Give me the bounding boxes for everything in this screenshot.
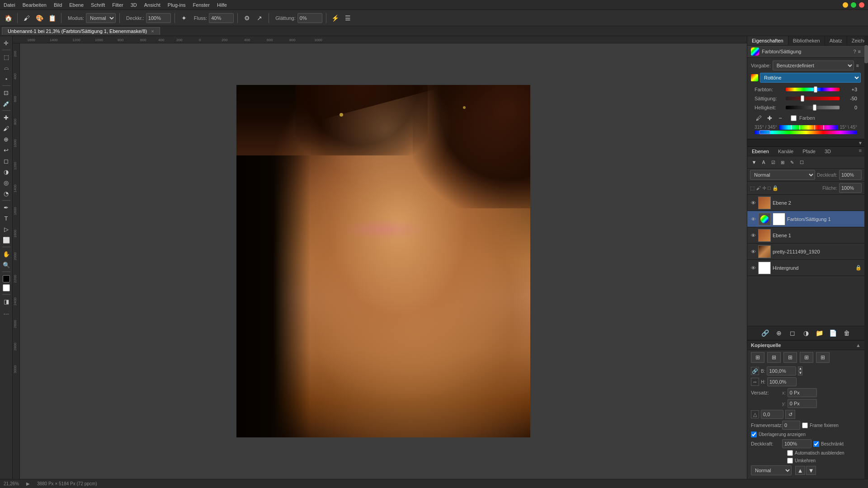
clone-link-icon[interactable]: 🔗 [751, 367, 759, 375]
layer-smart-button[interactable]: ⊞ [778, 158, 787, 166]
clone-mode-up[interactable]: ▲ [795, 466, 805, 475]
lasso-tool[interactable]: ⌓ [1, 63, 11, 73]
lock-all-button[interactable]: 🔒 [772, 185, 778, 191]
new-adjustment-button[interactable]: ◑ [801, 328, 811, 338]
new-group-button[interactable]: 📁 [815, 328, 825, 338]
b-increment[interactable]: ▲ [798, 366, 802, 371]
layer-vis-ebene2[interactable]: 👁 [750, 200, 756, 206]
layers-tab-ebenen[interactable]: Ebenen [747, 147, 774, 156]
magic-wand-tool[interactable]: ⋆ [1, 74, 11, 84]
quick-mask-button[interactable]: ◨ [1, 296, 11, 306]
clone-mode-dropdown[interactable]: Normal [751, 465, 792, 475]
menu-bild[interactable]: Bild [54, 2, 62, 8]
eyedropper-tool[interactable]: 💉 [1, 99, 11, 108]
clone-src-3[interactable]: ⊞ [783, 352, 797, 363]
tab-bibliotheken[interactable]: Bibliotheken [788, 36, 825, 45]
menu-fenster[interactable]: Fenster [193, 2, 210, 8]
hand-tool[interactable]: ✋ [1, 249, 11, 259]
angle-input[interactable] [761, 410, 783, 419]
layer-color-button[interactable]: ☑ [769, 158, 777, 166]
eyedropper-icon-button[interactable]: 🖊 [755, 114, 763, 122]
layer-opacity-input[interactable] [839, 170, 862, 180]
vorgabe-dropdown[interactable]: Benutzerdefiniert [773, 61, 854, 70]
layer-fill-input[interactable] [839, 183, 862, 193]
layer-item-ebene1[interactable]: 👁 Ebene 1 [747, 227, 864, 244]
tab-eigenschaften[interactable]: Eigenschaften [747, 36, 788, 45]
lock-pixels-button[interactable]: 🖌 [756, 185, 761, 191]
clone-mode-down[interactable]: ▼ [806, 466, 816, 475]
lock-position-button[interactable]: ✛ [762, 185, 766, 191]
layer-item-ebene2[interactable]: 👁 Ebene 2 [747, 195, 864, 211]
huesat-help-button[interactable]: ? [853, 49, 856, 54]
brush-tool-button[interactable]: 🖌 [21, 13, 32, 23]
history-tool[interactable]: ↩ [1, 145, 11, 155]
layer-attr-button[interactable]: ✎ [788, 158, 796, 166]
huesat-menu-button[interactable]: ≡ [858, 49, 861, 54]
tab-close-button[interactable]: × [151, 28, 154, 34]
minimize-button[interactable] [843, 2, 848, 8]
menu-filter[interactable]: Filter [112, 2, 123, 8]
modus-dropdown[interactable]: Normal [86, 13, 116, 23]
clone-panel-collapse[interactable]: ▲ [856, 343, 861, 348]
tab-abatz[interactable]: Abatz [825, 36, 847, 45]
sättigung-slider[interactable] [786, 95, 840, 102]
menu-ebene[interactable]: Ebene [69, 2, 84, 8]
layer-item-photo[interactable]: 👁 pretty-2111499_1920 [747, 244, 864, 260]
airbrush-button[interactable]: ✦ [179, 13, 189, 23]
status-arrow[interactable]: ▶ [26, 481, 30, 486]
shape-tool[interactable]: ⬜ [1, 235, 11, 245]
clone-src-1[interactable]: ⊞ [751, 352, 764, 363]
glättung-input[interactable] [297, 13, 322, 23]
fluss-input[interactable] [209, 13, 234, 23]
path-select-tool[interactable]: ▷ [1, 224, 11, 234]
filter-layers-button[interactable]: ▼ [750, 158, 758, 166]
clone-src-5[interactable]: ⊞ [816, 352, 830, 363]
menu-hilfe[interactable]: Hilfe [217, 2, 227, 8]
y-input[interactable] [788, 399, 817, 408]
menu-plugins[interactable]: Plug-ins [168, 2, 186, 8]
right-scrollbar[interactable] [864, 36, 868, 479]
layer-item-hintergrund[interactable]: 👁 Hintergrund 🔒 [747, 260, 864, 276]
layer-vis-hintergrund[interactable]: 👁 [750, 265, 756, 271]
beschränkt-checkbox[interactable] [813, 441, 819, 447]
b-input[interactable] [767, 366, 796, 375]
eyedropper-plus-button[interactable]: ✚ [765, 114, 774, 122]
deckkraft-input[interactable] [146, 13, 171, 23]
symmetry-button[interactable]: ⚡ [330, 13, 341, 23]
background-color[interactable] [3, 284, 10, 291]
layer-type-button[interactable]: A [760, 158, 768, 166]
clone-h-icon[interactable]: ↔ [751, 378, 759, 386]
eraser-tool[interactable]: ◻ [1, 156, 11, 166]
menu-datei[interactable]: Datei [4, 2, 15, 8]
home-button[interactable]: 🏠 [3, 13, 14, 23]
layer-vis-huesat[interactable]: 👁 [750, 216, 756, 222]
helligkeit-slider[interactable] [786, 104, 840, 111]
settings-button[interactable]: ⚙ [241, 13, 252, 23]
layer-mode-dropdown[interactable]: Normal Multiplizieren Weiches Licht [750, 170, 815, 180]
angle-flip-button[interactable]: ↺ [785, 410, 795, 419]
crop-tool[interactable]: ⊡ [1, 88, 11, 98]
frame-fixieren-checkbox[interactable] [802, 422, 808, 428]
layer-selected-button[interactable]: ☐ [797, 158, 806, 166]
layers-tab-3d[interactable]: 3D [820, 147, 835, 156]
close-button[interactable] [859, 2, 864, 8]
vorgabe-menu-button[interactable]: ≡ [854, 63, 861, 68]
delete-layer-button[interactable]: 🗑 [842, 328, 852, 338]
blur-tool[interactable]: ◎ [1, 178, 11, 188]
new-layer-button[interactable]: 📄 [828, 328, 838, 338]
gradient-tool[interactable]: ◑ [1, 167, 11, 177]
überlagerung-checkbox[interactable] [751, 432, 757, 437]
clone-src-2[interactable]: ⊞ [767, 352, 781, 363]
text-tool[interactable]: T [1, 213, 11, 223]
umkehren-checkbox[interactable] [787, 458, 793, 464]
b-decrement[interactable]: ▼ [798, 371, 802, 375]
brush-tool[interactable]: 🖌 [1, 123, 11, 133]
heal-tool[interactable]: ✚ [1, 113, 11, 122]
layer-vis-ebene1[interactable]: 👁 [750, 232, 756, 239]
eyedropper-minus-button[interactable]: − [776, 114, 784, 122]
add-mask-button[interactable]: ◻ [788, 328, 797, 338]
h-input[interactable] [767, 377, 797, 386]
stamp-tool[interactable]: ⊕ [1, 134, 11, 144]
zoom-tool[interactable]: 🔍 [1, 260, 11, 270]
collapse-section-button[interactable]: ▼ [858, 141, 863, 145]
